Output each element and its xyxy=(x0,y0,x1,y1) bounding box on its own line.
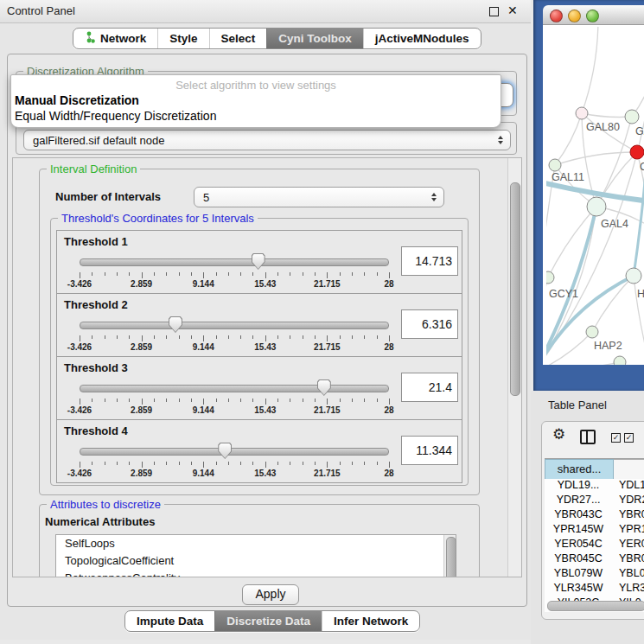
network-node-hap2[interactable] xyxy=(586,326,598,338)
tick-mark xyxy=(92,272,92,276)
tick-label: 21.715 xyxy=(314,405,341,415)
table-panel-title: Table Panel xyxy=(548,399,607,411)
slider-handle[interactable] xyxy=(169,316,182,333)
tick-mark xyxy=(228,399,229,402)
tab-select[interactable]: Select xyxy=(209,29,267,48)
tick-mark xyxy=(129,462,130,465)
column-header-shared-name[interactable]: shared... xyxy=(545,459,614,480)
node-label: GAL80 xyxy=(586,121,620,133)
slider-handle[interactable] xyxy=(252,253,265,270)
gear-icon[interactable]: ⚙ xyxy=(552,427,565,443)
select-all-checkbox-icon[interactable]: ✓ xyxy=(611,433,621,443)
thresholds-group: Threshold's Coordinates for 5 Intervals … xyxy=(50,218,469,486)
tab-infer-network[interactable]: Infer Network xyxy=(322,611,419,631)
network-edge[interactable] xyxy=(582,27,598,113)
network-node-h[interactable] xyxy=(626,268,641,284)
table-row[interactable]: YBR045CYBR0 xyxy=(545,552,644,567)
minimize-light[interactable] xyxy=(568,10,581,22)
attribute-list-item[interactable]: SelfLoops xyxy=(56,535,456,552)
threshold-slider[interactable]: -3.4262.8599.14415.4321.71528 xyxy=(80,378,389,416)
tick-mark xyxy=(80,272,80,278)
tab-impute-data[interactable]: Impute Data xyxy=(125,611,214,631)
slider-track[interactable] xyxy=(80,448,389,456)
tab-label: Select xyxy=(221,32,256,45)
control-panel-window: Control Panel ✕ NetworkStyleSelectCyni T… xyxy=(0,0,531,640)
table-row[interactable]: YDL19...YDL1 xyxy=(545,479,644,494)
number-of-intervals-combobox[interactable]: 5 xyxy=(194,187,444,207)
tick-mark xyxy=(92,399,92,402)
slider-handle[interactable] xyxy=(218,443,232,459)
settings-scrollbar-thumb[interactable] xyxy=(510,182,520,396)
tick-label: 2.859 xyxy=(131,469,152,478)
tab-jactivemnodules[interactable]: jActiveMNodules xyxy=(363,29,481,48)
apply-button[interactable]: Apply xyxy=(242,584,299,605)
tab-network[interactable]: Network xyxy=(73,29,157,48)
tab-discretize-data[interactable]: Discretize Data xyxy=(214,611,322,631)
tab-style[interactable]: Style xyxy=(157,29,208,48)
network-node-unlabeled[interactable] xyxy=(614,356,626,365)
threshold-slider[interactable]: -3.4262.8599.14415.4321.71528 xyxy=(80,441,389,479)
tick-mark xyxy=(117,272,118,276)
attributes-scrollbar[interactable] xyxy=(443,535,456,577)
threshold-slider[interactable]: -3.4262.8599.14415.4321.71528 xyxy=(80,315,389,353)
settings-scrollbar[interactable] xyxy=(507,158,521,577)
tick-mark xyxy=(277,399,278,402)
table-row[interactable]: YER054CYER0 xyxy=(545,538,644,552)
tick-mark xyxy=(277,272,278,276)
close-window-icon[interactable]: ✕ xyxy=(507,3,518,17)
threshold-value-field[interactable]: 21.4 xyxy=(401,373,458,402)
tick-mark xyxy=(154,335,155,339)
table-row[interactable]: YPR145WYPR1 xyxy=(545,523,644,538)
network-edge[interactable] xyxy=(555,113,582,165)
network-node-gcy1[interactable] xyxy=(546,271,554,284)
select-none-checkbox-icon[interactable]: ✓ xyxy=(624,433,634,443)
slider-track[interactable] xyxy=(80,258,389,266)
slider-track[interactable] xyxy=(80,322,389,329)
slider-handle[interactable] xyxy=(317,379,331,396)
table-horizontal-scrollbar-thumb[interactable] xyxy=(547,601,644,611)
tick-mark xyxy=(377,272,378,276)
attributes-scrollbar-thumb[interactable] xyxy=(446,537,456,577)
network-view-canvas[interactable]: GAL80GACGAL11GAL4GCY1HHAP2 xyxy=(543,25,644,365)
close-light[interactable] xyxy=(550,10,563,22)
threshold-value-field[interactable]: 6.316 xyxy=(401,309,458,339)
attribute-list-item[interactable]: BetweennessCentrality xyxy=(56,570,456,577)
threshold-block: Threshold 4-3.4262.8599.14415.4321.71528… xyxy=(56,419,462,483)
slider-track[interactable] xyxy=(80,385,389,392)
attributes-group-title: Attributes to discretize xyxy=(47,498,164,511)
network-edge[interactable] xyxy=(555,152,637,165)
tab-cyni-toolbox[interactable]: Cyni Toolbox xyxy=(266,29,363,48)
network-node-gal80[interactable] xyxy=(576,107,588,119)
algorithm-option-manual[interactable]: Manual Discretization xyxy=(11,92,501,108)
network-edge[interactable] xyxy=(582,113,632,117)
column-header-name[interactable]: n xyxy=(614,459,644,480)
network-node-gal11[interactable] xyxy=(549,159,561,171)
network-edge[interactable] xyxy=(592,276,634,332)
attributes-group: Attributes to discretize Numerical Attri… xyxy=(39,504,480,577)
network-edge[interactable] xyxy=(548,207,596,277)
table-row[interactable]: YLR345WYLR3 xyxy=(545,582,644,596)
network-node-ga[interactable] xyxy=(625,110,639,124)
algorithm-option-equal-width[interactable]: Equal Width/Frequency Discretization xyxy=(11,108,501,124)
table-row[interactable]: YBL079WYBL0 xyxy=(545,567,644,582)
float-window-icon[interactable] xyxy=(489,7,499,16)
network-node-gal4[interactable] xyxy=(587,197,606,216)
tick-mark xyxy=(277,462,278,465)
network-graph: GAL80GACGAL11GAL4GCY1HHAP2 xyxy=(546,27,644,365)
table-header-row: shared... n xyxy=(545,458,644,480)
attribute-list-item[interactable]: TopologicalCoefficient xyxy=(56,552,456,570)
table-data-combobox[interactable]: galFiltered.sif default node xyxy=(23,130,511,150)
split-view-icon[interactable] xyxy=(580,430,596,444)
zoom-light[interactable] xyxy=(586,10,599,22)
network-node-c[interactable] xyxy=(630,145,644,159)
table-row[interactable]: YBR043CYBR0 xyxy=(545,508,644,523)
tick-mark xyxy=(154,399,155,402)
threshold-value-field[interactable]: 14.713 xyxy=(401,246,458,276)
tick-mark xyxy=(228,462,229,465)
table-row[interactable]: YDR27...YDR2 xyxy=(545,494,644,508)
threshold-slider[interactable]: -3.4262.8599.14415.4321.71528 xyxy=(80,252,389,290)
network-edge[interactable] xyxy=(546,362,620,365)
tick-label: 9.144 xyxy=(193,342,214,352)
network-window-titlebar[interactable] xyxy=(543,5,644,25)
threshold-value-field[interactable]: 11.344 xyxy=(401,436,458,465)
